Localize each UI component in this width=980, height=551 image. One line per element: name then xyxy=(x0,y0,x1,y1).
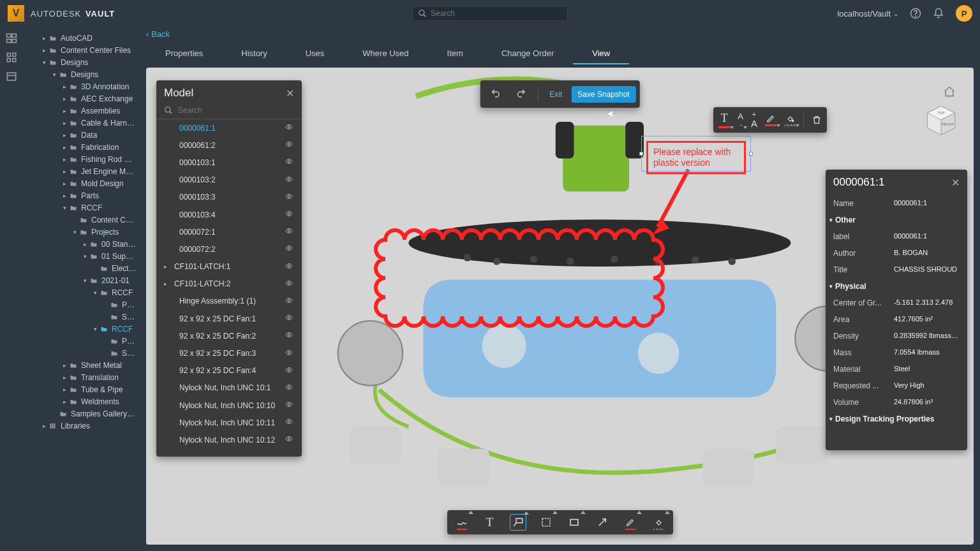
undo-button[interactable] xyxy=(484,84,507,104)
tab-change-order[interactable]: Change Order xyxy=(482,43,573,64)
eye-icon[interactable] xyxy=(284,210,294,217)
eye-icon[interactable] xyxy=(284,244,294,252)
tree-item[interactable]: Parts xyxy=(23,298,140,311)
model-tree-item[interactable]: 0000103:3 xyxy=(156,189,302,206)
model-tree-item[interactable]: Nylock Nut, Inch UNC 10:11 xyxy=(156,414,302,431)
property-group-header[interactable]: ▾Design Tracking Properties xyxy=(826,411,967,427)
arrow-tool[interactable] xyxy=(594,514,611,531)
model-tree-item[interactable]: 0000072:2 xyxy=(156,240,302,258)
model-tree-item[interactable]: Nylock Nut, Inch UNC 10:10 xyxy=(156,397,302,414)
tree-item[interactable]: ▸Weldments xyxy=(23,395,140,408)
folder-tree[interactable]: ▸AutoCAD▸Content Center Files▾Designs▾De… xyxy=(23,27,140,551)
tree-item[interactable]: ▾Designs xyxy=(23,56,140,68)
model-tree-item[interactable]: 92 x 92 x 25 DC Fan:2 xyxy=(156,327,302,344)
eye-icon[interactable] xyxy=(284,400,294,408)
help-icon[interactable] xyxy=(910,8,921,19)
tree-item[interactable]: ▸Data xyxy=(23,129,140,141)
freehand-tool[interactable] xyxy=(454,514,470,531)
tab-item[interactable]: Item xyxy=(428,43,482,64)
tree-item[interactable]: ▾RCCF xyxy=(23,202,140,214)
tree-item[interactable]: Electric M xyxy=(23,262,140,274)
vault-selector[interactable]: localhost/Vault ⌄ xyxy=(837,9,898,18)
tree-item[interactable]: ▾RCCF xyxy=(23,286,140,298)
save-snapshot-button[interactable]: Save Snapshot xyxy=(571,86,635,103)
rail-list-icon[interactable] xyxy=(5,70,18,83)
eye-icon[interactable] xyxy=(284,227,294,235)
tree-item[interactable]: ▾Projects xyxy=(23,226,140,238)
eye-icon[interactable] xyxy=(284,366,294,374)
eye-icon[interactable] xyxy=(284,175,294,183)
tree-item[interactable]: ▾RCCF xyxy=(23,323,140,335)
eye-icon[interactable] xyxy=(284,331,294,339)
tree-item[interactable]: ▸AutoCAD xyxy=(23,32,140,44)
tree-item[interactable]: ▾01 Supplier Co xyxy=(23,250,140,262)
tree-item[interactable]: ▸Parts xyxy=(23,189,140,202)
properties-body[interactable]: Name0000061:1▾Otherlabel0000061:1AuthorB… xyxy=(826,195,967,450)
model-tree-item[interactable]: 0000061:1 xyxy=(156,119,302,136)
tree-item[interactable]: ▸Libraries xyxy=(23,420,140,432)
model-tree-item[interactable]: Hinge Asssembly:1 (1) xyxy=(156,293,302,310)
rail-grid-icon[interactable] xyxy=(5,51,18,64)
font-decrease-tool[interactable]: A- xyxy=(738,112,743,128)
eye-icon[interactable] xyxy=(284,262,294,270)
eye-icon[interactable] xyxy=(284,418,294,425)
tree-item[interactable]: ▸Sheet Metal xyxy=(23,359,140,371)
model-tree-item[interactable]: 0000103:1 xyxy=(156,154,302,171)
tree-item[interactable]: Samples Gallery_files xyxy=(23,408,140,420)
tree-item[interactable]: ▸00 Standard C xyxy=(23,238,140,250)
rail-explorer-icon[interactable] xyxy=(5,32,18,45)
text-tool[interactable]: T xyxy=(482,514,498,531)
viewcube[interactable]: TOP FRONT xyxy=(924,103,958,137)
tree-item[interactable]: ▸Fishing Rod Model xyxy=(23,153,140,165)
pen-stroke-tool[interactable] xyxy=(622,514,639,531)
tab-history[interactable]: History xyxy=(222,43,286,64)
font-increase-tool[interactable]: +A xyxy=(751,111,757,129)
tree-item[interactable]: ▸Tube & Pipe xyxy=(23,383,140,395)
property-group-header[interactable]: ▾Physical xyxy=(826,278,967,295)
eye-icon[interactable] xyxy=(284,349,294,356)
eye-icon[interactable] xyxy=(284,158,294,165)
eye-icon[interactable] xyxy=(284,383,294,391)
home-icon[interactable] xyxy=(943,85,956,98)
tree-item[interactable]: Sub As xyxy=(23,311,140,323)
annotation-textbox[interactable]: Please replace with plastic version xyxy=(646,141,746,174)
tree-item[interactable]: ▸AEC Exchange xyxy=(23,92,140,105)
tab-view[interactable]: View xyxy=(573,43,629,64)
tree-item[interactable]: ▸Content Center Files xyxy=(23,44,140,56)
eye-icon[interactable] xyxy=(284,435,294,443)
property-group-header[interactable]: ▾Other xyxy=(826,212,967,228)
tree-item[interactable]: ▸Mold Design xyxy=(23,177,140,189)
redo-button[interactable] xyxy=(509,84,532,104)
model-tree-item[interactable]: ▸CF101-LATCH:2 xyxy=(156,276,302,293)
fill-tool[interactable] xyxy=(650,514,667,531)
delete-tool[interactable] xyxy=(812,115,822,125)
avatar[interactable]: P xyxy=(956,5,972,22)
model-tree-item[interactable]: 92 x 92 x 25 DC Fan:1 xyxy=(156,310,302,327)
tree-item[interactable]: Sub Assem xyxy=(23,347,140,359)
tree-item[interactable]: ▸3D Annotation xyxy=(23,80,140,92)
eye-icon[interactable] xyxy=(284,314,294,321)
stroke-color-tool[interactable] xyxy=(765,114,776,126)
back-button[interactable]: ‹ Back xyxy=(140,27,176,39)
eye-icon[interactable] xyxy=(284,279,294,287)
model-tree-item[interactable]: 0000103:4 xyxy=(156,206,302,223)
search-input[interactable] xyxy=(431,9,562,18)
eye-icon[interactable] xyxy=(284,297,294,304)
shape-tool[interactable] xyxy=(538,514,554,531)
tree-item[interactable]: Content Center Fil xyxy=(23,214,140,226)
eye-icon[interactable] xyxy=(284,193,294,200)
bell-icon[interactable] xyxy=(933,8,944,19)
tree-item[interactable]: Parts xyxy=(23,335,140,347)
model-tree-item[interactable]: 92 x 92 x 25 DC Fan:3 xyxy=(156,344,302,362)
tree-item[interactable]: ▸Fabrication xyxy=(23,141,140,153)
tab-uses[interactable]: Uses xyxy=(286,43,344,64)
model-search-input[interactable] xyxy=(178,106,294,115)
model-tree-item[interactable]: ▸CF101-LATCH:1 xyxy=(156,258,302,276)
rect-tool[interactable] xyxy=(566,514,583,531)
tab-properties[interactable]: Properties xyxy=(146,43,222,64)
model-search[interactable] xyxy=(156,102,302,119)
close-icon[interactable]: ✕ xyxy=(286,87,294,99)
tree-item[interactable]: ▸Assemblies xyxy=(23,105,140,117)
close-icon[interactable]: ✕ xyxy=(951,177,960,189)
tree-item[interactable]: ▸Cable & Harness xyxy=(23,117,140,129)
